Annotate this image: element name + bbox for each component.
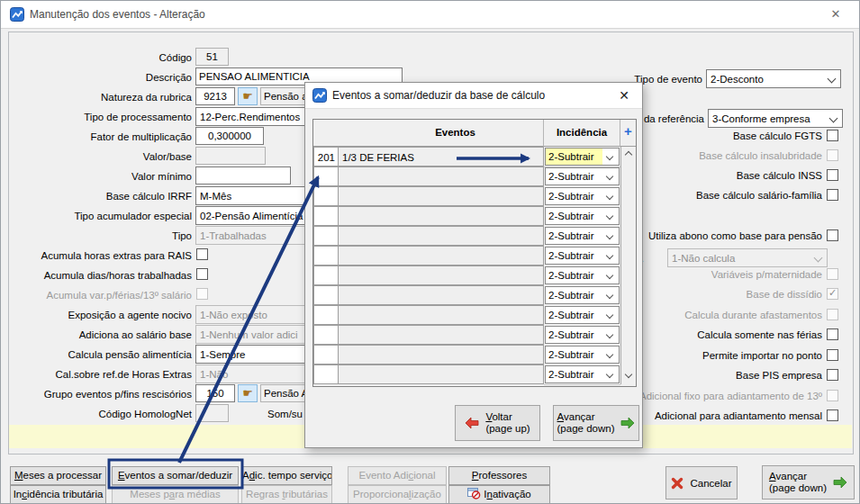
tab-adic-tempo-servico[interactable]: Adic. tempo serviço <box>241 466 332 485</box>
event-code-cell[interactable] <box>313 364 339 384</box>
hand-lookup-icon[interactable]: ☛ <box>238 384 258 402</box>
field-fator-de-multiplicacao[interactable]: 0,300000 <box>195 127 264 145</box>
checkbox-base-calculo-salario-familia[interactable] <box>827 189 838 201</box>
tab-meses-a-processar[interactable]: Meses a processar <box>10 466 106 485</box>
event-code-cell[interactable]: 201 <box>313 147 339 166</box>
field-da-referencia-value: 3-Conforme empresa <box>709 110 827 127</box>
table-row[interactable]: 2-Subtrair <box>313 246 620 266</box>
scroll-down-icon[interactable] <box>622 369 635 383</box>
table-row[interactable]: 2-Subtrair <box>313 226 620 246</box>
event-name-cell[interactable] <box>339 345 544 364</box>
table-row[interactable]: 2-Subtrair <box>313 186 620 206</box>
table-row[interactable]: 2011/3 DE FERIAS2-Subtrair <box>313 147 620 166</box>
table-row[interactable]: 2-Subtrair <box>313 325 620 345</box>
tab-inativacao[interactable]: Inativação <box>448 485 550 504</box>
back-page-up-button[interactable]: Voltar (page up) <box>455 405 540 441</box>
table-row[interactable]: 2-Subtrair <box>313 266 620 285</box>
event-code-cell[interactable] <box>313 186 339 206</box>
table-row[interactable]: 2-Subtrair <box>313 166 620 186</box>
checkbox-calcula-somente-nas-ferias[interactable] <box>827 328 838 340</box>
label-calcula-pensao-alimenticia: Calcula pensão alimentícia <box>12 347 192 362</box>
event-code-cell[interactable] <box>313 345 339 364</box>
event-name-cell[interactable] <box>339 226 544 246</box>
event-name-cell[interactable] <box>339 305 544 325</box>
grid-scrollbar[interactable] <box>620 147 636 384</box>
table-row[interactable]: 2-Subtrair <box>313 364 620 384</box>
incidence-select[interactable]: 2-Subtrair <box>545 227 620 245</box>
chevron-down-icon <box>811 249 827 266</box>
label-natureza-da-rubrica: Natureza da rubrica <box>12 90 192 104</box>
advance-page-down-button[interactable]: Avançar (page down) <box>762 465 855 500</box>
tab-eventos-a-somar-deduzir[interactable]: Eventos a somar/deduzir <box>112 466 239 485</box>
chevron-down-icon <box>602 228 619 244</box>
incidence-select[interactable]: 2-Subtrair <box>545 247 620 265</box>
table-row[interactable]: 2-Subtrair <box>313 305 620 325</box>
checkbox-utiliza-abono-como-base-para-pensao[interactable] <box>827 230 838 241</box>
table-row[interactable]: 2-Subtrair <box>313 345 620 364</box>
chevron-down-icon <box>825 70 840 87</box>
add-row-button[interactable]: + <box>620 120 636 147</box>
incidence-select[interactable]: 2-Subtrair <box>545 365 620 383</box>
field-tipo-de-evento[interactable]: 2-Desconto <box>706 69 841 88</box>
app-icon <box>10 7 24 22</box>
field-valor-minimo[interactable] <box>195 166 291 184</box>
advance-label: Avançar <box>769 471 807 482</box>
red-left-arrow-icon <box>465 417 479 429</box>
table-row[interactable]: 2-Subtrair <box>313 285 620 305</box>
incidence-select[interactable]: 2-Subtrair <box>545 148 620 166</box>
scroll-up-icon[interactable] <box>622 147 635 161</box>
checkbox-base-pis-empresa[interactable] <box>827 369 838 381</box>
label-adiciona-ao-salario-base: Adiciona ao salário base <box>12 328 192 342</box>
tab-proporcionalizacao: Proporcionalização <box>348 485 447 504</box>
hand-lookup-icon[interactable]: ☛ <box>238 87 258 105</box>
field-natureza-da-rubrica[interactable]: 9213 <box>195 87 235 105</box>
table-row[interactable]: 2-Subtrair <box>313 206 620 226</box>
event-name-cell[interactable] <box>339 364 544 384</box>
event-code-cell[interactable] <box>313 226 339 246</box>
label-tipo-de-processamento: Tipo de processamento <box>12 110 192 124</box>
event-name-cell[interactable] <box>339 325 544 345</box>
event-code-cell[interactable] <box>313 206 339 226</box>
event-name-cell[interactable] <box>339 266 544 285</box>
back-sub-label: (page up) <box>485 423 530 434</box>
field-da-referencia[interactable]: 3-Conforme empresa <box>708 109 843 128</box>
incidence-select[interactable]: 2-Subtrair <box>545 187 620 205</box>
checkbox-acumula-horas-extras-para-rais[interactable] <box>196 248 208 260</box>
field-grupo-eventos-p-fins-rescisorios[interactable]: 150 <box>195 384 235 402</box>
event-code-cell[interactable] <box>313 325 339 345</box>
incidence-select[interactable]: 2-Subtrair <box>545 266 620 284</box>
checkbox-base-calculo-insalubridade <box>827 149 838 161</box>
checkbox-base-calculo-inss[interactable] <box>827 169 838 181</box>
event-name-cell[interactable]: 1/3 DE FERIAS <box>339 147 544 166</box>
cancel-button[interactable]: Cancelar <box>665 466 738 500</box>
event-code-cell[interactable] <box>313 305 339 325</box>
checkbox-base-calculo-fgts[interactable] <box>827 130 838 141</box>
event-code-cell[interactable] <box>313 285 339 305</box>
tab-incidencia-tributaria[interactable]: Incidência tributária <box>10 485 106 504</box>
incidence-select[interactable]: 2-Subtrair <box>545 346 620 364</box>
event-code-cell[interactable] <box>313 246 339 266</box>
event-name-cell[interactable] <box>339 285 544 305</box>
event-name-cell[interactable] <box>339 206 544 226</box>
label-acumula-dias-horas-trabalhadas: Acumula dias/horas trabalhadas <box>12 268 192 283</box>
incidence-select[interactable]: 2-Subtrair <box>545 207 620 225</box>
incidence-select[interactable]: 2-Subtrair <box>545 167 620 185</box>
event-name-cell[interactable] <box>339 186 544 206</box>
event-code-cell[interactable] <box>313 166 339 186</box>
checkbox-variaveis-p-maternidade <box>827 268 838 280</box>
incidence-select[interactable]: 2-Subtrair <box>545 306 620 324</box>
tab-professores[interactable]: Professores <box>448 466 550 485</box>
window-close-icon[interactable]: ✕ <box>825 5 846 23</box>
event-name-cell[interactable] <box>339 166 544 186</box>
forward-page-down-button[interactable]: Avançar (page down) <box>553 405 639 441</box>
incidence-select[interactable]: 2-Subtrair <box>545 326 620 344</box>
chevron-down-icon <box>602 287 619 303</box>
event-name-cell[interactable] <box>339 246 544 266</box>
event-code-cell[interactable] <box>313 266 339 285</box>
checkbox-acumula-dias-horas-trabalhadas[interactable] <box>196 268 208 280</box>
checkbox-adicional-para-adiantamento-mensal[interactable] <box>827 410 838 421</box>
dialog-close-icon[interactable]: ✕ <box>615 86 633 104</box>
checkbox-permite-importar-no-ponto[interactable] <box>827 349 838 361</box>
events-grid: Eventos Incidência + 2011/3 DE FERIAS2-S… <box>312 119 637 387</box>
incidence-select[interactable]: 2-Subtrair <box>545 286 620 304</box>
